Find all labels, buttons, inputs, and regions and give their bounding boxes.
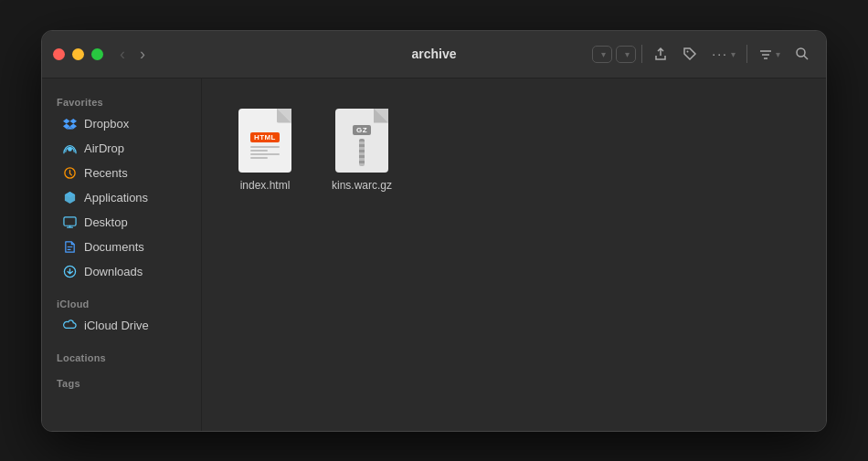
airdrop-icon bbox=[62, 141, 77, 156]
icon-view-button[interactable]: ▾ bbox=[593, 47, 611, 62]
forward-button[interactable]: › bbox=[134, 44, 151, 64]
sidebar-item-downloads[interactable]: Downloads bbox=[48, 260, 196, 284]
svg-rect-20 bbox=[63, 217, 75, 225]
sidebar-item-label: Downloads bbox=[84, 265, 143, 278]
maximize-button[interactable] bbox=[91, 48, 103, 60]
file-item-kins-warc-gz[interactable]: GZ kins.warc.gz bbox=[321, 100, 403, 201]
minimize-button[interactable] bbox=[72, 48, 84, 60]
file-name-html: index.html bbox=[240, 179, 291, 194]
toolbar-divider-1 bbox=[641, 45, 642, 63]
traffic-lights bbox=[53, 48, 103, 60]
html-badge: HTML bbox=[250, 132, 280, 142]
documents-icon bbox=[62, 240, 77, 255]
close-button[interactable] bbox=[53, 48, 65, 60]
gz-badge: GZ bbox=[353, 125, 371, 135]
sidebar-item-dropbox[interactable]: Dropbox bbox=[48, 112, 196, 136]
sidebar-item-desktop[interactable]: Desktop bbox=[48, 211, 196, 235]
sidebar-item-label: Applications bbox=[84, 191, 148, 204]
file-icon-gz: GZ bbox=[333, 108, 391, 173]
nav-buttons: ‹ › bbox=[114, 44, 151, 64]
recents-icon bbox=[62, 166, 77, 181]
desktop-icon bbox=[62, 215, 77, 230]
file-name-gz: kins.warc.gz bbox=[332, 179, 392, 194]
share-button[interactable] bbox=[648, 43, 673, 65]
file-icon-html: HTML bbox=[236, 108, 294, 173]
sort-icon bbox=[758, 47, 773, 61]
fold-corner bbox=[374, 109, 388, 123]
group-chevron: ▾ bbox=[625, 49, 630, 59]
sidebar-item-label: AirDrop bbox=[84, 141, 124, 155]
sidebar-item-icloud-drive[interactable]: iCloud Drive bbox=[48, 314, 196, 338]
gz-zipper bbox=[359, 139, 365, 166]
sidebar-item-documents[interactable]: Documents bbox=[48, 236, 196, 259]
svg-line-17 bbox=[804, 56, 808, 59]
icloud-label: iCloud bbox=[42, 291, 201, 313]
gz-file-preview: GZ bbox=[335, 109, 388, 173]
group-view-button[interactable]: ▾ bbox=[617, 47, 635, 62]
html-lines bbox=[250, 146, 280, 159]
sidebar-item-applications[interactable]: Applications bbox=[48, 186, 196, 210]
html-file-preview: HTML bbox=[238, 109, 291, 173]
titlebar: ‹ › archive ▾ bbox=[42, 31, 826, 79]
main-content: Favorites Dropbox bbox=[42, 79, 826, 431]
fold-corner bbox=[277, 109, 291, 123]
sidebar-item-label: iCloud Drive bbox=[84, 319, 149, 332]
file-area: HTML index.html GZ bbox=[202, 79, 826, 431]
tag-button[interactable] bbox=[677, 43, 703, 65]
view-chevron: ▾ bbox=[601, 49, 606, 59]
view-toggle: ▾ bbox=[592, 46, 612, 63]
svg-point-16 bbox=[797, 48, 805, 57]
sidebar-item-label: Documents bbox=[84, 240, 144, 254]
file-item-index-html[interactable]: HTML index.html bbox=[224, 100, 306, 201]
svg-point-12 bbox=[687, 51, 689, 53]
search-icon bbox=[795, 47, 810, 61]
finder-window: ‹ › archive ▾ bbox=[41, 30, 827, 432]
share-icon bbox=[653, 47, 668, 61]
sidebar-item-label: Recents bbox=[84, 166, 128, 180]
sidebar-item-recents[interactable]: Recents bbox=[48, 162, 196, 185]
sort-chevron: ▾ bbox=[776, 49, 780, 59]
sidebar-item-label: Desktop bbox=[84, 215, 128, 229]
sidebar: Favorites Dropbox bbox=[42, 79, 202, 431]
icloud-icon bbox=[62, 319, 77, 333]
back-button[interactable]: ‹ bbox=[114, 44, 131, 64]
tag-icon bbox=[683, 47, 697, 61]
dropbox-icon bbox=[62, 117, 77, 131]
applications-icon bbox=[62, 191, 77, 205]
sidebar-item-label: Dropbox bbox=[84, 117, 129, 131]
more-button[interactable]: ··· ▾ bbox=[706, 43, 741, 65]
favorites-label: Favorites bbox=[42, 89, 201, 111]
downloads-icon bbox=[62, 265, 77, 279]
tags-label: Tags bbox=[42, 371, 201, 393]
sidebar-item-airdrop[interactable]: AirDrop bbox=[48, 137, 196, 161]
search-button[interactable] bbox=[789, 43, 815, 65]
window-title: archive bbox=[411, 47, 456, 61]
toolbar-divider-2 bbox=[746, 45, 747, 63]
sort-button[interactable]: ▾ bbox=[753, 43, 786, 65]
locations-label: Locations bbox=[42, 345, 201, 367]
more-icon: ··· bbox=[712, 47, 728, 61]
group-view-toggle: ▾ bbox=[616, 46, 636, 63]
toolbar-right: ▾ ▾ bbox=[592, 43, 815, 65]
